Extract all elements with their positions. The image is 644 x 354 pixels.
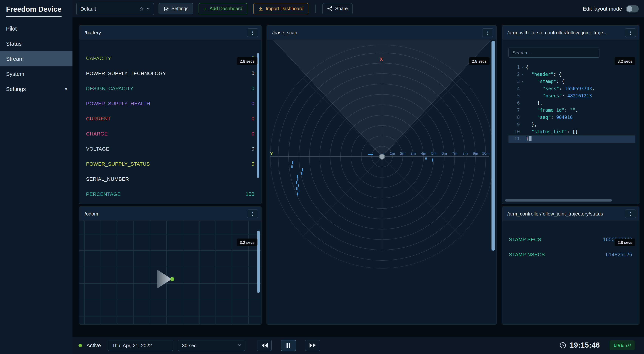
toggle-knob	[627, 6, 632, 12]
lidar-points	[292, 154, 433, 196]
fast-forward-button[interactable]	[305, 340, 320, 351]
panel-header: /arm_with_torso_controller/follow_joint_…	[502, 26, 639, 40]
code-text: "header": {	[526, 71, 562, 78]
lidar-polar-plot: 1m2m3m4m5m6m7m8m9m10m X Y	[267, 40, 496, 324]
dashboard-select-value: Default	[80, 6, 140, 12]
add-dashboard-button[interactable]: + Add Dashboard	[198, 3, 247, 14]
line-number: 4	[508, 85, 520, 92]
sidebar-item-system[interactable]: System	[0, 66, 72, 82]
panel-menu-button[interactable]: ⋮	[625, 210, 636, 218]
interval-select[interactable]: 30 sec	[178, 340, 245, 351]
line-number: 5	[508, 92, 520, 100]
code-line-5[interactable]: 5"nsecs": 482161213	[508, 92, 635, 100]
sidebar-item-pilot[interactable]: Pilot	[0, 21, 72, 36]
clock-display: 19:15:46	[560, 341, 600, 350]
lidar-point	[368, 154, 373, 155]
sidebar-item-settings[interactable]: Settings▾	[0, 82, 72, 96]
line-number: 9	[508, 121, 520, 128]
sidebar-item-stream[interactable]: Stream	[0, 51, 72, 66]
panel-menu-button[interactable]: ⋮	[247, 28, 258, 37]
live-badge[interactable]: LIVE	[610, 340, 634, 350]
battery-row-label: CURRENT	[86, 116, 111, 121]
range-label: 3m	[410, 151, 416, 156]
star-icon[interactable]: ☆	[140, 6, 144, 12]
battery-row-value: 0	[252, 100, 254, 106]
dashboard-content: /battery ⋮ 2.8 secs CAPACITY0POWER_SUPPL…	[72, 17, 644, 324]
fold-toggle-icon[interactable]: ▾	[520, 78, 526, 85]
search-input[interactable]	[508, 48, 600, 58]
battery-row: SERIAL_NUMBER	[79, 171, 261, 186]
kebab-icon: ⋮	[628, 30, 633, 36]
battery-row-label: DESIGN_CAPACITY	[86, 86, 134, 91]
battery-row-label: SERIAL_NUMBER	[86, 176, 129, 182]
battery-row: DESIGN_CAPACITY0	[79, 81, 261, 96]
rewind-button[interactable]	[257, 340, 272, 351]
pause-button[interactable]	[281, 340, 296, 351]
code-line-9[interactable]: 9},	[508, 121, 635, 128]
range-label: 6m	[442, 151, 447, 156]
latency-badge: 2.8 secs	[469, 57, 490, 65]
line-number: 8	[508, 114, 520, 121]
share-button[interactable]: Share	[322, 3, 353, 14]
sidebar-item-label: Settings	[6, 86, 26, 92]
scrollbar[interactable]	[257, 53, 259, 178]
code-line-3[interactable]: 3▾"stamp": {	[508, 78, 635, 85]
interval-value: 30 sec	[182, 342, 196, 348]
fold-toggle-icon[interactable]: ▾	[520, 64, 526, 71]
code-line-10[interactable]: 10"status_list": []	[508, 128, 635, 136]
code-line-6[interactable]: 6},	[508, 100, 635, 107]
range-label: 9m	[473, 151, 478, 156]
latency-badge: 2.8 secs	[237, 57, 258, 65]
pause-icon	[286, 343, 291, 348]
kebab-icon: ⋮	[250, 30, 255, 36]
sidebar: Freedom Device PilotStatusStreamSystemSe…	[0, 0, 72, 354]
main-area: Default ☆ Settings + Add Dashboard Impor	[72, 0, 644, 354]
sliders-icon	[164, 6, 169, 11]
battery-row: POWER_SUPPLY_HEALTH0	[79, 96, 261, 111]
code-line-4[interactable]: 4"secs": 1650593743,	[508, 85, 635, 92]
axis-x-label: X	[380, 56, 383, 62]
playback-bar: Active Thu, Apr, 21, 2022 30 sec	[72, 337, 644, 354]
panel-arm-status: /arm_controller/follow_joint_trajectory/…	[502, 206, 640, 324]
panel-menu-button[interactable]: ⋮	[482, 28, 494, 37]
battery-row-value: 100	[246, 191, 254, 197]
sidebar-item-label: Status	[6, 41, 22, 47]
settings-button[interactable]: Settings	[158, 3, 193, 14]
panel-body: 2.8 secs	[267, 40, 496, 324]
lidar-point	[301, 172, 302, 175]
panel-body: 3.2 secs	[79, 221, 261, 324]
code-line-11[interactable]: 11}	[508, 136, 635, 143]
edit-layout-toggle[interactable]	[626, 5, 639, 12]
code-line-7[interactable]: 7"frame_id": "",	[508, 107, 635, 114]
settings-button-label: Settings	[172, 6, 188, 11]
import-dashboard-button[interactable]: Import Dashboard	[253, 3, 308, 14]
robot-center-marker	[380, 154, 385, 159]
panel-header: /base_scan ⋮	[267, 26, 496, 40]
panel-arm-torso-trajectory: /arm_with_torso_controller/follow_joint_…	[502, 25, 640, 204]
panel-title: /arm_controller/follow_joint_trajectory/…	[507, 211, 603, 217]
code-line-8[interactable]: 8"seq": 904916	[508, 114, 635, 121]
code-line-2[interactable]: 2▾"header": {	[508, 71, 635, 78]
scrollbar[interactable]	[257, 230, 260, 293]
sidebar-item-status[interactable]: Status	[0, 36, 72, 51]
horizontal-scrollbar[interactable]	[505, 199, 612, 202]
fold-toggle-icon[interactable]: ▾	[520, 71, 526, 78]
chevron-down-icon: ▾	[65, 86, 67, 92]
download-icon	[258, 6, 263, 11]
dashboard-select[interactable]: Default ☆	[76, 2, 154, 15]
line-number: 3	[508, 78, 520, 85]
clock-icon	[560, 342, 566, 349]
lidar-point	[292, 161, 293, 164]
date-picker[interactable]: Thu, Apr, 21, 2022	[108, 340, 173, 351]
toolbar-divider	[315, 4, 316, 13]
panel-title: /base_scan	[272, 30, 297, 36]
live-label: LIVE	[614, 343, 624, 348]
panel-menu-button[interactable]: ⋮	[625, 28, 636, 37]
scrollbar[interactable]	[492, 41, 495, 250]
battery-row: CHARGE0	[79, 126, 261, 141]
share-button-label: Share	[335, 6, 348, 11]
battery-row-value: 0	[252, 131, 254, 136]
app-title: Freedom Device	[6, 5, 62, 16]
range-label: 7m	[452, 151, 457, 156]
panel-menu-button[interactable]: ⋮	[247, 210, 258, 218]
